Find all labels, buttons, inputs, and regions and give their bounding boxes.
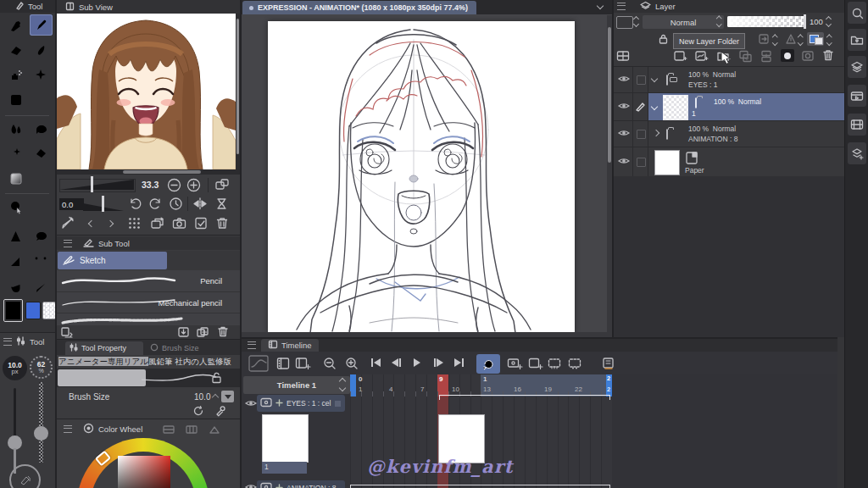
opacity-slider-handle[interactable] (34, 426, 48, 441)
subview-eyedropper-button[interactable] (60, 215, 75, 231)
layer-opacity-handle[interactable] (804, 14, 806, 29)
opacity-badge[interactable]: 62 % (30, 356, 53, 379)
edit-list-button[interactable] (194, 216, 209, 232)
brush-name-field[interactable]: アニメーター専用リアル風鉛筆 社内の人監修版 (58, 357, 240, 368)
strip-material-button[interactable] (848, 29, 866, 51)
prev-image-button[interactable] (89, 219, 94, 228)
flip-horizontal-button[interactable] (192, 197, 208, 213)
apply-mask-icon[interactable] (801, 49, 815, 64)
save-subtool-icon[interactable] (177, 326, 190, 340)
expand-chevron-icon[interactable] (651, 75, 658, 82)
zoom-in-button[interactable] (186, 178, 201, 194)
timeline-list-button[interactable] (276, 357, 291, 372)
visibility-eye-icon[interactable] (618, 129, 630, 139)
blend-mode-select[interactable]: Normal (643, 15, 724, 29)
rotate-left-button[interactable] (128, 197, 142, 213)
tab-tool-property[interactable]: Tool Property (65, 341, 143, 355)
go-to-end-button[interactable] (454, 358, 464, 367)
timeline-settings-button[interactable] (602, 357, 616, 372)
panel-menu-icon[interactable] (248, 341, 256, 349)
subview-hscroll-thumb[interactable] (123, 170, 201, 174)
timeline-zoom-in-button[interactable] (345, 357, 359, 372)
tool-pen[interactable] (4, 15, 27, 36)
lock-layer-icon[interactable] (658, 33, 669, 47)
track-visibility-eye-icon[interactable] (245, 399, 257, 409)
reference-spinner[interactable] (798, 36, 803, 44)
brush-size-row[interactable]: Brush Size 10.0 (57, 389, 240, 404)
layer-list-options-icon[interactable] (616, 50, 630, 64)
timeline-selector[interactable]: Timeline 1 (243, 376, 350, 394)
image-list-button[interactable] (128, 217, 141, 231)
switch-image-button[interactable] (150, 216, 165, 232)
zoom-out-button[interactable] (167, 178, 181, 194)
prev-frame-button[interactable] (392, 358, 401, 367)
track-visibility-eye-icon[interactable] (245, 483, 257, 488)
light-table-button[interactable] (568, 357, 584, 372)
subtool-item-partial[interactable] (57, 313, 240, 325)
tool-eyedropper[interactable] (30, 276, 53, 297)
tool-airbrush[interactable] (4, 64, 27, 86)
layer-opacity-spinner[interactable] (826, 17, 831, 26)
visibility-eye-icon[interactable] (618, 102, 630, 112)
onion-skin-button[interactable] (548, 357, 564, 372)
specify-cel-button[interactable] (528, 357, 544, 372)
play-button[interactable] (414, 358, 420, 367)
track-option-box[interactable] (335, 401, 341, 407)
subtool-group-sketch[interactable]: Sketch (58, 252, 167, 269)
transparent-color-swatch[interactable] (42, 302, 56, 319)
brush-size-value[interactable]: 10.0 (194, 392, 210, 402)
tool-decoration[interactable] (30, 64, 53, 86)
color-slider-tab-icon[interactable] (163, 424, 175, 436)
collapse-chevron-icon[interactable] (653, 130, 659, 136)
reset-display-button[interactable] (214, 197, 229, 213)
new-raster-layer-icon[interactable] (673, 49, 687, 64)
track-cel-thumbnail[interactable] (262, 414, 309, 463)
brush-size-badge[interactable]: 10.0 px (3, 356, 27, 380)
timeline-zoom-out-button[interactable] (323, 357, 337, 372)
next-frame-button[interactable] (434, 358, 443, 367)
panel-menu-icon[interactable] (64, 425, 72, 433)
subview-zoom-handle[interactable] (91, 176, 93, 192)
tool-auto-select[interactable] (4, 143, 27, 164)
strip-subview-button[interactable] (848, 2, 866, 24)
new-timeline-button[interactable] (295, 357, 311, 372)
tool-hand[interactable] (4, 276, 27, 297)
tool-liquify[interactable] (4, 119, 27, 140)
tool-line-correct[interactable] (30, 251, 53, 272)
main-color-swatch[interactable] (3, 299, 23, 322)
tab-brush-size[interactable]: Brush Size (146, 341, 214, 355)
lock-icon[interactable] (210, 371, 222, 385)
clip-at-layer-icon[interactable] (758, 33, 770, 47)
new-cel-plus-icon[interactable] (275, 484, 283, 488)
animation-duration-bracket[interactable] (350, 485, 610, 488)
tool-balloon[interactable] (30, 225, 53, 247)
strip-cel-button[interactable] (848, 114, 866, 136)
layer-checkbox[interactable] (637, 158, 646, 167)
tool-ruler[interactable] (4, 251, 27, 272)
create-mask-icon[interactable] (781, 49, 794, 62)
clip-spinner[interactable] (773, 36, 777, 44)
strip-layer-button[interactable] (848, 56, 866, 78)
color-history-tab-icon[interactable] (209, 424, 220, 436)
layer-checkbox[interactable] (637, 75, 646, 85)
opacity-slider-track[interactable] (39, 382, 43, 463)
layer-color-spinner[interactable] (827, 36, 832, 44)
layer-color-button[interactable] (807, 32, 824, 46)
import-camera-button[interactable] (172, 216, 187, 232)
subtool-item-mech-pencil[interactable]: Mechanical pencil (57, 292, 240, 313)
track-eyes-header[interactable]: EYES : 1 : cel (257, 395, 345, 412)
palette-color-spinner[interactable] (634, 17, 638, 26)
subview-rotation-value-box[interactable]: 0.0 (59, 198, 84, 210)
loop-play-button[interactable] (476, 354, 500, 374)
subtool-item-pencil[interactable]: Pencil (57, 270, 240, 292)
tool-figure[interactable] (30, 197, 53, 218)
canvas-tab[interactable]: EXPRESSION - ANIMATION* (1080 x 1080px 3… (242, 1, 476, 14)
panel-menu-icon[interactable] (3, 338, 12, 346)
layer-thumbnail[interactable] (663, 95, 688, 120)
transfer-layer-icon[interactable] (738, 49, 753, 64)
next-image-button[interactable] (108, 219, 113, 228)
import-subtool-icon[interactable] (60, 326, 73, 340)
tool-eraser[interactable] (4, 40, 27, 61)
palette-color-button[interactable] (616, 16, 633, 29)
go-to-start-button[interactable] (371, 358, 381, 367)
